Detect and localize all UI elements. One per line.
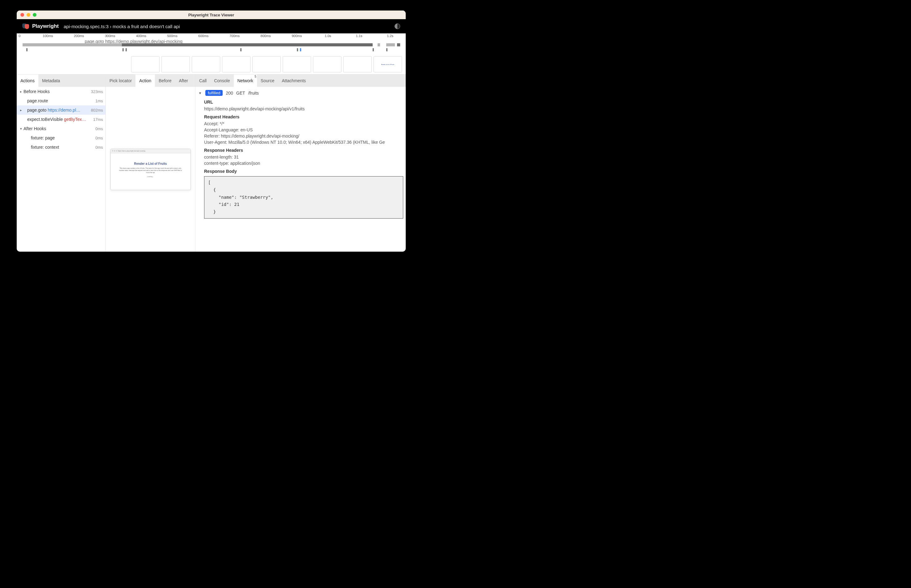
action-duration: 0ms bbox=[94, 126, 103, 131]
snapshot-page-title: Render a List of Fruits bbox=[114, 162, 187, 165]
url-section-title: URL bbox=[204, 100, 403, 105]
timeline-marker bbox=[386, 48, 388, 51]
action-label: fixture: context bbox=[31, 145, 59, 150]
status-code: 200 bbox=[226, 90, 233, 95]
timeline-marker bbox=[123, 48, 124, 51]
mid-panel: Pick locator Action Before After https:/… bbox=[106, 74, 195, 252]
close-window-button[interactable] bbox=[20, 13, 24, 17]
timeline-tick: 600ms bbox=[198, 34, 208, 38]
action-label: page.goto https://demo.pl… bbox=[27, 108, 81, 113]
action-row-before-hooks[interactable]: ▸ Before Hooks 323ms bbox=[17, 87, 105, 96]
snapshot-chrome: https://demo.playwright.dev/api-mocking bbox=[111, 149, 191, 153]
action-url: https://demo.pl… bbox=[48, 108, 81, 113]
filmstrip-frame[interactable] bbox=[283, 56, 311, 72]
filmstrip-frame[interactable] bbox=[252, 56, 281, 72]
tab-metadata[interactable]: Metadata bbox=[38, 74, 64, 87]
timeline-tick: 500ms bbox=[167, 34, 178, 38]
action-label: page.route bbox=[27, 98, 48, 103]
maximize-window-button[interactable] bbox=[33, 13, 37, 17]
action-duration: 802ms bbox=[89, 108, 103, 113]
chevron-right-icon: ▸ bbox=[19, 108, 24, 112]
chevron-down-icon: ▾ bbox=[19, 127, 24, 131]
network-detail: ▾ fulfilled 200 GET /fruits URL https://… bbox=[195, 87, 406, 252]
trace-viewer-window: Playwright Trace Viewer Playwright api-m… bbox=[17, 11, 406, 252]
snapshot-loading: Loading... bbox=[114, 176, 187, 178]
action-row-fixture-page[interactable]: fixture: page 0ms bbox=[17, 133, 105, 142]
action-row-after-hooks[interactable]: ▾ After Hooks 0ms bbox=[17, 124, 105, 133]
timeline-tick: 700ms bbox=[229, 34, 240, 38]
response-header: content-length: 31 bbox=[204, 155, 403, 160]
filmstrip-frame[interactable] bbox=[313, 56, 341, 72]
filmstrip-frame[interactable] bbox=[222, 56, 250, 72]
timeline-tick: 800ms bbox=[261, 34, 271, 38]
left-tab-strip: Actions Metadata bbox=[17, 74, 105, 87]
timeline-marker bbox=[126, 48, 127, 51]
tab-attachments[interactable]: Attachments bbox=[278, 74, 310, 87]
status-pill: fulfilled bbox=[205, 90, 223, 96]
action-row-page-route[interactable]: page.route 1ms bbox=[17, 96, 105, 105]
action-duration: 0ms bbox=[94, 136, 103, 141]
filmstrip-frame[interactable] bbox=[131, 56, 160, 72]
url-value: https://demo.playwright.dev/api-mocking/… bbox=[204, 107, 403, 111]
snapshot-preview[interactable]: https://demo.playwright.dev/api-mocking … bbox=[110, 149, 191, 190]
tab-source[interactable]: Source bbox=[257, 74, 278, 87]
action-label: After Hooks bbox=[24, 126, 46, 131]
timeline-tick: 300ms bbox=[105, 34, 115, 38]
right-tab-strip: Call Console Network 5 Source Attachment… bbox=[195, 74, 406, 87]
response-headers-title: Response Headers bbox=[204, 148, 403, 153]
request-headers-title: Request Headers bbox=[204, 115, 403, 120]
timeline-ticks: 0 100ms 200ms 300ms 400ms 500ms 600ms 70… bbox=[17, 33, 406, 40]
filmstrip-frame[interactable] bbox=[192, 56, 220, 72]
tab-after[interactable]: After bbox=[175, 74, 192, 87]
request-path: /fruits bbox=[248, 90, 259, 95]
action-duration: 323ms bbox=[89, 89, 103, 94]
playwright-logo-icon bbox=[22, 23, 29, 30]
filmstrip-frame-title: Render a List of Fruits bbox=[381, 64, 394, 65]
http-method: GET bbox=[236, 90, 245, 95]
timeline-bar-selected bbox=[122, 43, 373, 46]
filmstrip-frame[interactable] bbox=[162, 56, 190, 72]
filmstrip-frame[interactable] bbox=[343, 56, 372, 72]
chevron-down-icon: ▾ bbox=[198, 91, 202, 95]
tab-call[interactable]: Call bbox=[195, 74, 210, 87]
timeline-marker bbox=[297, 48, 298, 51]
actions-list: ▸ Before Hooks 323ms page.route 1ms ▸ bbox=[17, 87, 105, 252]
theme-toggle-icon[interactable] bbox=[394, 24, 400, 29]
minimize-window-button[interactable] bbox=[27, 13, 30, 17]
snapshot-url: https://demo.playwright.dev/api-mocking bbox=[118, 150, 145, 152]
tab-actions[interactable]: Actions bbox=[17, 74, 38, 87]
action-row-expect[interactable]: expect.toBeVisible getByTex… 17ms bbox=[17, 115, 105, 124]
tab-action[interactable]: Action bbox=[136, 74, 155, 87]
response-body-title: Response Body bbox=[204, 169, 403, 174]
filmstrip: Render a List of Fruits bbox=[131, 56, 406, 74]
tab-network[interactable]: Network 5 bbox=[234, 74, 257, 87]
tab-before[interactable]: Before bbox=[155, 74, 175, 87]
timeline-tick: 400ms bbox=[136, 34, 146, 38]
timeline-tick: 1.1s bbox=[356, 34, 362, 38]
timeline-tick: 0 bbox=[19, 34, 20, 38]
tab-pick-locator[interactable]: Pick locator bbox=[106, 74, 136, 87]
action-duration: 0ms bbox=[94, 145, 103, 150]
network-request-row[interactable]: ▾ fulfilled 200 GET /fruits bbox=[198, 90, 403, 96]
action-label: expect.toBeVisible getByTex… bbox=[27, 117, 86, 122]
app-brand: Playwright bbox=[32, 23, 59, 29]
test-title: api-mocking.spec.ts:3 › mocks a fruit an… bbox=[64, 24, 180, 29]
action-locator: getByTex… bbox=[64, 117, 86, 122]
app-header: Playwright api-mocking.spec.ts:3 › mocks… bbox=[17, 19, 406, 33]
timeline[interactable]: 0 100ms 200ms 300ms 400ms 500ms 600ms 70… bbox=[17, 33, 406, 74]
filmstrip-frame[interactable]: Render a List of Fruits bbox=[373, 56, 402, 72]
timeline-marker bbox=[373, 48, 374, 51]
request-header: User-Agent: Mozilla/5.0 (Windows NT 10.0… bbox=[204, 140, 403, 145]
left-panel: Actions Metadata ▸ Before Hooks 323ms pa… bbox=[17, 74, 106, 252]
action-row-page-goto[interactable]: ▸ page.goto https://demo.pl… 802ms bbox=[17, 105, 105, 115]
tab-console[interactable]: Console bbox=[210, 74, 233, 87]
request-header: Referer: https://demo.playwright.dev/api… bbox=[204, 134, 403, 139]
timeline-tick: 1.0s bbox=[325, 34, 331, 38]
action-duration: 17ms bbox=[91, 117, 103, 122]
network-count-badge: 5 bbox=[255, 75, 256, 78]
timeline-marker bbox=[26, 48, 27, 51]
action-row-fixture-context[interactable]: fixture: context 0ms bbox=[17, 142, 105, 152]
mid-tab-strip: Pick locator Action Before After bbox=[106, 74, 195, 87]
action-label: Before Hooks bbox=[24, 89, 50, 94]
titlebar: Playwright Trace Viewer bbox=[17, 11, 406, 19]
